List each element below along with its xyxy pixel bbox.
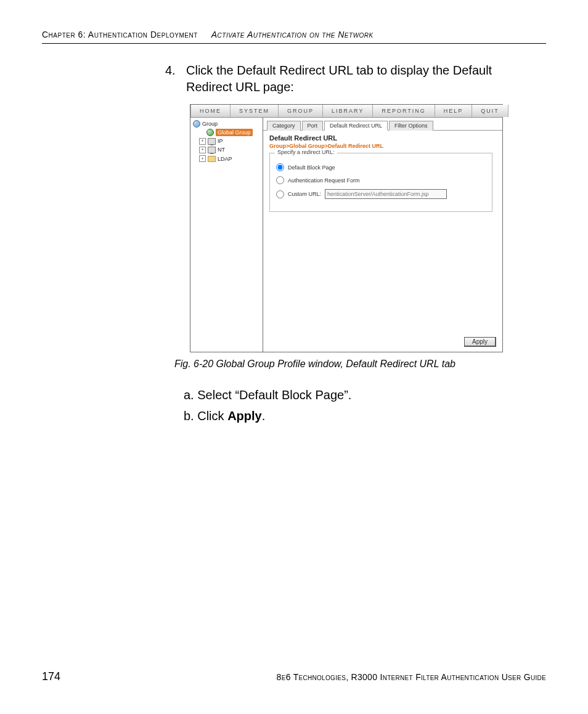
figure-caption: Fig. 6-20 Global Group Profile window, D…	[174, 359, 546, 370]
panel: Default Redirect URL Group>Global Group>…	[263, 131, 502, 352]
tree-item-label: IP	[218, 137, 223, 145]
page-number: 174	[42, 670, 60, 683]
menu-reporting[interactable]: REPORTING	[373, 105, 435, 117]
tab-port[interactable]: Port	[302, 121, 324, 131]
menu-group[interactable]: GROUP	[279, 105, 323, 117]
app-window: HOME SYSTEM GROUP LIBRARY REPORTING HELP…	[190, 104, 503, 352]
tree-item-label: LDAP	[218, 155, 232, 163]
step-text: Click the Default Redirect URL tab to di…	[186, 62, 535, 95]
custom-url-input[interactable]	[325, 189, 447, 199]
substeps: a. Select “Default Block Page”. b. Click…	[184, 384, 546, 426]
option-label: Custom URL:	[288, 191, 321, 197]
menu-help[interactable]: HELP	[435, 105, 473, 117]
radio-default-block[interactable]	[276, 163, 284, 171]
tree-item-label: Global Group	[216, 129, 253, 136]
tab-default-redirect-url[interactable]: Default Redirect URL	[324, 121, 388, 131]
expand-icon[interactable]: +	[199, 147, 206, 153]
page-footer: 174 8e6 Technologies, R3000 Internet Fil…	[42, 670, 546, 683]
host-icon	[208, 147, 216, 153]
substep-a: a. Select “Default Block Page”.	[184, 384, 546, 405]
tree-root[interactable]: Group	[193, 120, 260, 128]
running-header: Chapter 6: Authentication Deployment Act…	[42, 30, 546, 44]
step-number: 4.	[165, 62, 181, 95]
option-custom-url[interactable]: Custom URL:	[276, 189, 486, 199]
menu-library[interactable]: LIBRARY	[323, 105, 373, 117]
tab-filter-options[interactable]: Filter Options	[389, 121, 433, 131]
globe-icon	[206, 129, 214, 136]
panel-title: Default Redirect URL	[269, 134, 496, 142]
substep-b: b. Click Apply.	[184, 405, 546, 426]
tree-item-ldap[interactable]: + LDAP	[199, 155, 260, 163]
expand-icon[interactable]: +	[199, 138, 206, 145]
apply-button[interactable]: Apply	[464, 337, 496, 347]
option-default-block[interactable]: Default Block Page	[276, 163, 486, 171]
footer-text: 8e6 Technologies, R3000 Internet Filter …	[277, 672, 546, 682]
nav-tree: Group Global Group + IP +	[190, 118, 263, 352]
redirect-fieldset: Specify a redirect URL: Default Block Pa…	[269, 153, 492, 212]
tree-item-label: NT	[218, 146, 225, 153]
tab-bar: Category Port Default Redirect URL Filte…	[263, 118, 502, 131]
menu-home[interactable]: HOME	[191, 105, 231, 117]
expand-icon[interactable]: +	[199, 155, 206, 162]
folder-icon	[208, 156, 216, 162]
tree-root-label: Group	[202, 120, 218, 128]
tree-item-ip[interactable]: + IP	[199, 137, 260, 145]
option-label: Default Block Page	[288, 164, 335, 171]
menu-system[interactable]: SYSTEM	[231, 105, 279, 117]
host-icon	[208, 138, 216, 145]
radio-custom-url[interactable]	[276, 190, 284, 198]
tree-item-global-group[interactable]: Global Group	[199, 129, 260, 136]
radio-auth-request[interactable]	[276, 176, 284, 184]
fieldset-legend: Specify a redirect URL:	[275, 149, 337, 155]
menubar: HOME SYSTEM GROUP LIBRARY REPORTING HELP…	[190, 105, 502, 118]
section-title: Activate Authentication on the Network	[211, 30, 374, 39]
tree-item-nt[interactable]: + NT	[199, 146, 260, 153]
tab-category[interactable]: Category	[267, 121, 301, 131]
breadcrumb: Group>Global Group>Default Redirect URL	[269, 143, 496, 149]
chapter-title: Chapter 6: Authentication Deployment	[42, 30, 198, 39]
menu-quit[interactable]: QUIT	[472, 105, 508, 117]
group-icon	[193, 120, 200, 128]
option-label: Authentication Request Form	[288, 177, 360, 184]
option-auth-request[interactable]: Authentication Request Form	[276, 176, 486, 184]
